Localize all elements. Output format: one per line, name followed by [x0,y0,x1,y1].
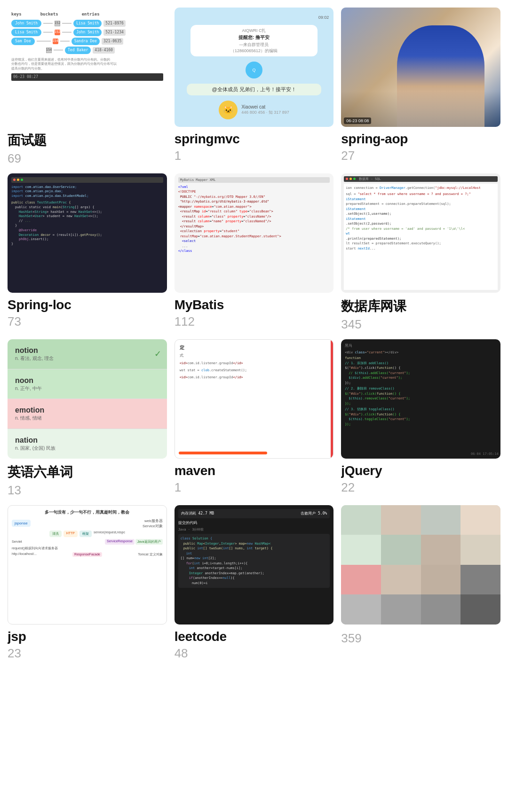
card-count-colorblock: 359 [341,631,500,646]
card-leetcode[interactable]: 内存消耗 42.7 MB 击败用户 5.0% 提交的代码 Java · 3分钟前… [171,501,338,664]
card-title-database: 数据库网课 [341,297,500,315]
card-title-mianshi: 面试题 [8,132,167,149]
card-thumb-vocab: notion n. 看法, 观念, 理念 ✓ noon n. 正午, 中午 em… [8,339,167,459]
card-title-maven: maven [175,463,334,478]
card-count-jquery: 22 [341,480,500,495]
card-thumb-springmvc: 09:02 AIQWRI C扎 提醒您: 撸平安 —来自群管理员 （128600… [175,8,334,127]
card-count-leetcode: 48 [175,646,334,661]
card-thumb-springloc: import com.atian.dao.UserService; import… [8,173,167,293]
card-grid: keysbucketsentries John Smith 152 Lisa S… [0,0,508,664]
card-title-springaop: spring-aop [341,132,500,147]
card-title-jsp: jsp [8,629,167,644]
card-springloc[interactable]: import com.atian.dao.UserService; import… [4,170,171,336]
card-count-springmvc: 1 [175,148,334,163]
card-thumb-jquery: 黑马 <div class="current"></div> function … [341,339,500,459]
card-title-leetcode: leetcode [175,629,334,644]
card-thumb-mianshi: keysbucketsentries John Smith 152 Lisa S… [8,8,167,127]
card-title-springloc: Spring-loc [8,297,167,312]
card-database[interactable]: 数据库 - SQL ion connection = DriverManager… [337,170,504,336]
card-count-mianshi: 69 [8,151,167,166]
card-thumb-jsp: 多一句没有，少一句不行，用真趁时间，教会 jsponse web服务器Servi… [8,505,167,625]
card-jquery[interactable]: 黑马 <div class="current"></div> function … [337,336,504,501]
card-thumb-leetcode: 内存消耗 42.7 MB 击败用户 5.0% 提交的代码 Java · 3分钟前… [175,505,334,625]
card-title-mybatis: MyBatis [175,297,334,312]
card-jsp[interactable]: 多一句没有，少一句不行，用真趁时间，教会 jsponse web服务器Servi… [4,501,171,664]
card-springaop[interactable]: 06-23 08:08 spring-aop 27 [337,4,504,170]
card-count-mybatis: 112 [175,314,334,329]
card-title-vocab: 英语六单词 [8,463,167,481]
card-count-springloc: 73 [8,314,167,329]
card-count-springaop: 27 [341,148,500,163]
card-thumb-database: 数据库 - SQL ion connection = DriverManager… [341,173,500,293]
card-count-vocab: 13 [8,483,167,498]
card-count-maven: 1 [175,480,334,495]
card-title-jquery: jQuery [341,463,500,478]
card-mianshi[interactable]: keysbucketsentries John Smith 152 Lisa S… [4,4,171,170]
card-colorblock[interactable]: 359 [337,501,504,664]
card-count-jsp: 23 [8,646,167,661]
card-maven[interactable]: 定 式 <id>com.id.listener.groupId</id> wst… [171,336,338,501]
card-thumb-colorblock [341,505,500,625]
card-thumb-maven: 定 式 <id>com.id.listener.groupId</id> wst… [175,339,334,459]
card-count-database: 345 [341,317,500,332]
card-title-springmvc: springmvc [175,132,334,147]
card-mybatis[interactable]: MyBatis Mapper XML <?xml <!DOCTYPE PUBLI… [171,170,338,336]
card-thumb-springaop: 06-23 08:08 [341,8,500,127]
card-springmvc[interactable]: 09:02 AIQWRI C扎 提醒您: 撸平安 —来自群管理员 （128600… [171,4,338,170]
card-thumb-mybatis: MyBatis Mapper XML <?xml <!DOCTYPE PUBLI… [175,173,334,293]
card-vocab[interactable]: notion n. 看法, 观念, 理念 ✓ noon n. 正午, 中午 em… [4,336,171,501]
